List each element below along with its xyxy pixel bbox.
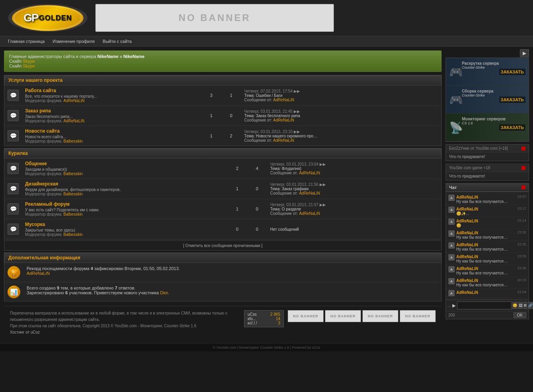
new-user-link[interactable]: Dior [160,290,168,295]
chat-messages: A AdReNaLiN 19:57 Ну как бы все получает… [446,192,529,299]
additional-table: 🏆 Рекорд посещаемости форума 4 зафиксиро… [4,263,442,302]
last-by-link[interactable]: AdReNaLiN [273,118,294,122]
forum-name-link[interactable]: Общение [25,161,47,166]
forum-info-cell: Работа сайта Все, что относится к нашему… [22,85,202,106]
bottom-footer: © YouSite.com | Мониторинг Counter-Strik… [0,344,533,351]
chat-close-btn[interactable] [521,185,525,189]
sidebar-ad-2[interactable]: 🎮 Сборка сервера Counter-Strike ЗАКАЗАТЬ [446,86,529,114]
skype-link-1[interactable]: Skype [23,59,35,64]
sidebar-info-2-close[interactable] [521,166,525,170]
smoking-table: 💬 Общение Заходим и общаемся)) Модератор… [4,158,442,239]
forum-icon: 💬 [8,183,19,194]
forum-name-link[interactable]: Мусорка [25,222,45,227]
chat-msg-name: AdReNaLiN [456,290,478,295]
chat-link-btn[interactable]: 🔗 [528,302,533,309]
forum-mod-link[interactable]: AdReNaLiN [64,98,85,103]
forum-mod-link[interactable]: Balbesskin [64,212,83,216]
chat-msg-content: AdReNaLiN 23:35 Ну как бы все получается… [456,230,526,239]
chat-nav-next[interactable]: ▶ [452,303,455,308]
chat-ok-btn[interactable]: OK [514,312,526,318]
table-row: 💬 Рекламный форум У вас есть сайт? Подел… [4,199,442,219]
skype-link-2[interactable]: Skype [23,64,35,68]
record-user-link[interactable]: AdReNaLiN [27,271,50,276]
last-by-link[interactable]: AdReNaLiN [299,211,320,216]
chat-msg-content: AdReNaLiN 15:14 😊 [456,218,526,228]
forum-posts-count: 1 [227,199,247,219]
chat-msg-name: AdReNaLiN [456,231,478,235]
forum-icon-cell: 💬 [4,199,22,219]
sidebar-info-1-close[interactable] [521,147,525,151]
last-by-link[interactable]: AdReNaLiN [273,138,294,143]
chat-avatar: A [448,254,455,261]
logo-area[interactable]: GP GOLDEN [8,4,87,32]
forum-topics-count: 0 [247,199,267,219]
sidebar-ad-3[interactable]: 📡 Мониторинг серверов CS 1.6 ЗАКАЗАТЬ [446,114,529,141]
nav-logout[interactable]: Выйти с сайта [103,39,132,44]
svg-point-0 [14,6,81,30]
forum-posts-count: 1 [202,126,221,146]
forum-name-link[interactable]: Работа сайта [25,88,56,93]
forum-name-link[interactable]: Новости сайта [25,128,60,134]
forum-name-link[interactable]: Рекламный форум [25,201,70,207]
last-by-link[interactable]: AdReNaLiN [299,191,320,195]
last-by-link[interactable]: AdReNaLiN [273,98,294,102]
footer-banner-1[interactable]: NO BANNER [288,310,324,322]
footer-banner-2[interactable]: NO BANNER [325,310,361,322]
forum-name-link[interactable]: Дизайнерская [25,181,58,187]
chat-message: A AdReNaLiN 23:35 Ну как бы все получает… [446,241,529,253]
chat-msg-content: AdReNaLiN 23:35 Ну как бы все получается… [456,254,526,263]
chat-input[interactable] [457,301,512,309]
last-topic: Тема: О разделе [270,207,301,211]
last-date: Четверг, 03.01.2013, 23:04 ▶▶ [270,162,326,166]
sidebar-toggle[interactable]: ▶ [520,49,529,57]
sidebar-info-2-header: YouSite.com game +18 [446,164,529,172]
nav-home[interactable]: Главная страница [8,39,45,44]
forum-info-cell: Общение Заходим и общаемся)) Модератор ф… [22,158,227,179]
chat-msg-content: AdReNaLiN 19:57 Ну как бы все получается… [456,195,526,204]
forum-icon-cell: 💬 [4,158,22,179]
forum-posts-count: 1 [202,106,221,126]
last-by-link[interactable]: AdReNaLiN [299,171,320,175]
forum-icon-cell: 💬 [4,85,22,106]
footer-banner-4[interactable]: NO BANNER [400,310,436,322]
chat-msg-time: 20:23 [517,278,526,282]
chat-avatar: A [448,290,455,296]
chat-msg-time: 19:57 [517,195,526,199]
chat-img-btn[interactable]: 🖼 [518,302,523,309]
chat-message: A AdReNaLiN 19:57 Ну как бы все получает… [446,193,529,205]
footer-banners: NO BANNER NO BANNER NO BANNER NO BANNER [288,310,436,322]
forum-mod: Модератор форума: Balbesskin [25,172,224,176]
forum-topics-count: 1 [221,85,241,106]
forum-mod-link[interactable]: Balbesskin [64,172,83,176]
chat-bold-btn[interactable]: B [523,302,527,309]
chat-message: A AdReNaLiN 15:17 😊✨... [446,205,529,217]
main-wrapper: Главные администраторы сайта и сервера N… [0,46,533,344]
chat-msg-name: AdReNaLiN [456,219,478,223]
chat-msg-name: AdReNaLiN [456,195,478,199]
forum-mod-link[interactable]: Balbesskin [64,232,83,237]
forum-mod-link[interactable]: Balbesskin [64,139,83,143]
forum-mod-link[interactable]: AdReNaLiN [64,119,85,123]
stats-cell: Всего создано 9 тем, в которые добавлено… [23,282,442,302]
mark-read-link[interactable]: [ Отметить все сообщения прочитанными ] [183,243,263,248]
stats-row: 📊 Всего создано 9 тем, в которые добавле… [4,282,442,302]
forum-topics-count: 0 [247,219,267,239]
footer-banner-3[interactable]: NO BANNER [362,310,398,322]
forum-icon: 💬 [8,203,19,214]
table-row: 💬 Заказ рипа Заказ бесплатного рипа... М… [4,106,442,126]
forum-mod-link[interactable]: Balbesskin [64,192,83,196]
footer-row: Перепечатка материалов и использование и… [10,310,436,336]
nav-profile[interactable]: Изменение профиля [52,39,95,44]
record-icon-cell: 🏆 [4,263,24,282]
forum-last-cell: Четверг, 03.01.2013, 21:56 ▶▶ Тема: Зака… [267,179,442,199]
chat-avatar: A [448,242,455,249]
last-date: Четверг, 03.01.2013, 23:10 ▶▶ [244,129,300,134]
hosting-link[interactable]: Хостинг от uCoz [10,330,40,334]
chat-msg-time: 23:35 [517,266,526,270]
chat-msg-text: Ну как бы все получается… [456,283,526,287]
chat-emoji-btn[interactable]: 😊 [512,302,517,309]
forum-icon-cell: 💬 [4,179,22,199]
chat-nav-prev[interactable]: ... [448,303,451,308]
sidebar-ad-1[interactable]: 🎮 Раскрутка сервера Counter-Strike ЗАКАЗ… [446,58,529,86]
forum-name-link[interactable]: Заказ рипа [25,108,51,114]
